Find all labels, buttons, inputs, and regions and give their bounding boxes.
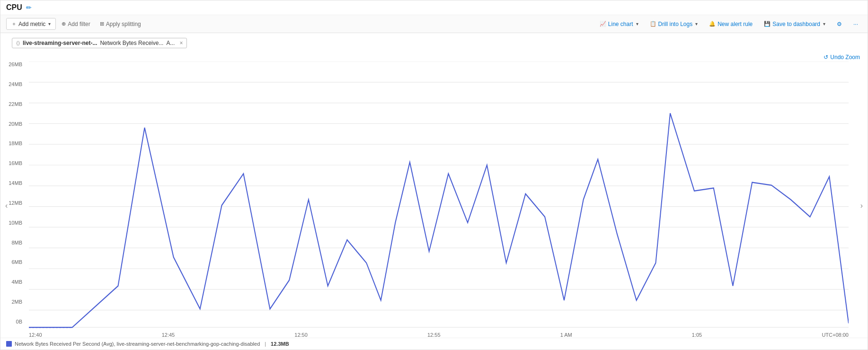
y-label-24mb: 24MB	[1, 81, 25, 87]
line-chart-icon: 📈	[600, 21, 606, 27]
pill-resource-name: live-streaming-server-net-...	[23, 40, 97, 46]
toolbar: ＋ Add metric ▾ ⊕ Add filter ⊞ Apply spli…	[0, 15, 868, 33]
y-label-2mb: 2MB	[1, 299, 25, 305]
y-label-22mb: 22MB	[1, 101, 25, 107]
legend-color-swatch	[6, 341, 12, 347]
y-label-26mb: 26MB	[1, 61, 25, 67]
x-label-1240: 12:40	[29, 332, 42, 338]
chart-wrapper: 26MB 24MB 22MB 20MB 18MB 16MB 14MB 12MB …	[29, 61, 849, 338]
drill-into-logs-label: Drill into Logs	[658, 21, 693, 27]
y-label-20mb: 20MB	[1, 121, 25, 127]
save-to-dashboard-button[interactable]: 💾 Save to dashboard ▾	[760, 19, 829, 29]
y-label-10mb: 10MB	[1, 220, 25, 226]
y-label-14mb: 14MB	[1, 180, 25, 186]
undo-zoom-icon: ↺	[824, 54, 828, 61]
drill-into-logs-chevron: ▾	[695, 21, 698, 26]
undo-zoom-label: Undo Zoom	[830, 54, 860, 61]
pill-metric-value: Network Bytes Receive...	[100, 40, 163, 46]
y-label-8mb: 8MB	[1, 240, 25, 245]
settings-icon: ⚙	[837, 21, 842, 27]
x-label-105: 1:05	[692, 332, 702, 338]
apply-splitting-button[interactable]: ⊞ Apply splitting	[96, 19, 145, 29]
add-metric-label: Add metric	[18, 21, 45, 27]
x-axis: 12:40 12:45 12:50 12:55 1 AM 1:05 UTC+08…	[29, 332, 849, 338]
y-label-16mb: 16MB	[1, 160, 25, 166]
page-title: CPU	[6, 3, 22, 12]
filter-icon: ⊕	[62, 21, 66, 27]
save-to-dashboard-label: Save to dashboard	[772, 21, 820, 27]
pill-extra: A...	[166, 40, 175, 46]
alert-icon: 🔔	[709, 21, 716, 27]
chart-nav-left-button[interactable]: ‹	[3, 200, 9, 212]
pill-icon: ⟨⟩	[16, 40, 20, 46]
page-container: CPU ✏ ＋ Add metric ▾ ⊕ Add filter ⊞ Appl…	[0, 0, 868, 350]
title-bar: CPU ✏	[0, 0, 868, 15]
toolbar-left: ＋ Add metric ▾ ⊕ Add filter ⊞ Apply spli…	[6, 18, 594, 30]
apply-splitting-label: Apply splitting	[106, 21, 141, 27]
y-label-4mb: 4MB	[1, 279, 25, 285]
plus-icon: ＋	[11, 20, 17, 27]
filter-row: ⟨⟩ live-streaming-server-net-... Network…	[0, 33, 868, 53]
logs-icon: 📋	[650, 21, 656, 27]
new-alert-rule-label: New alert rule	[717, 21, 753, 27]
filter-pill[interactable]: ⟨⟩ live-streaming-server-net-... Network…	[12, 38, 187, 48]
chart-svg	[29, 61, 849, 338]
new-alert-rule-button[interactable]: 🔔 New alert rule	[705, 19, 756, 29]
more-icon: ···	[853, 21, 858, 27]
line-chart-label: Line chart	[608, 21, 633, 27]
x-label-1255: 12:55	[427, 332, 441, 338]
add-metric-chevron: ▾	[48, 21, 51, 26]
y-label-6mb: 6MB	[1, 259, 25, 265]
legend-separator: |	[265, 341, 266, 347]
line-chart-button[interactable]: 📈 Line chart ▾	[596, 19, 642, 29]
y-axis: 26MB 24MB 22MB 20MB 18MB 16MB 14MB 12MB …	[1, 61, 25, 324]
toolbar-right: 📈 Line chart ▾ 📋 Drill into Logs ▾ 🔔 New…	[596, 19, 862, 29]
chart-nav-right-button[interactable]: ›	[859, 200, 865, 212]
legend-value: 12.3MB	[271, 341, 289, 347]
legend-bar: Network Bytes Received Per Second (Avg),…	[0, 338, 868, 350]
drill-into-logs-button[interactable]: 📋 Drill into Logs ▾	[646, 19, 702, 29]
undo-zoom-bar: ↺ Undo Zoom	[0, 53, 868, 61]
settings-button[interactable]: ⚙	[833, 19, 846, 29]
add-metric-button[interactable]: ＋ Add metric ▾	[6, 18, 56, 30]
undo-zoom-button[interactable]: ↺ Undo Zoom	[824, 54, 860, 61]
chart-line	[29, 114, 849, 328]
add-filter-button[interactable]: ⊕ Add filter	[58, 19, 94, 29]
split-icon: ⊞	[100, 21, 104, 27]
x-label-1250: 12:50	[294, 332, 308, 338]
save-to-dashboard-chevron: ▾	[823, 21, 825, 26]
y-label-0b: 0B	[1, 319, 25, 324]
edit-icon[interactable]: ✏	[26, 4, 32, 11]
chart-section: ‹ › 26MB 24MB 22MB 20MB 18MB 16MB 14MB 1…	[0, 61, 868, 350]
pill-close-button[interactable]: ×	[179, 40, 183, 46]
more-button[interactable]: ···	[850, 19, 862, 29]
line-chart-chevron: ▾	[636, 21, 638, 26]
x-label-1am: 1 AM	[560, 332, 572, 338]
x-label-1245: 12:45	[162, 332, 175, 338]
x-label-utc: UTC+08:00	[822, 332, 849, 338]
add-filter-label: Add filter	[68, 21, 90, 27]
save-icon: 💾	[764, 21, 771, 27]
y-label-18mb: 18MB	[1, 140, 25, 146]
legend-label: Network Bytes Received Per Second (Avg),…	[15, 341, 260, 347]
